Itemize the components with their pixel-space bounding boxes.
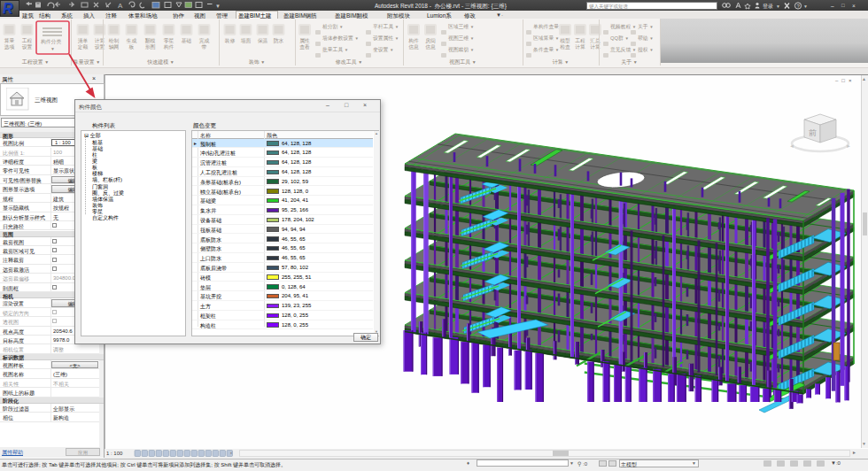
svg-text:▼: ▼ (803, 4, 808, 9)
svg-text:►: ► (846, 143, 851, 149)
svg-text:▼: ▼ (215, 4, 221, 9)
svg-text:◄: ◄ (789, 143, 794, 149)
svg-text:登录: 登录 (763, 3, 773, 10)
svg-text:▼: ▼ (776, 4, 780, 9)
svg-text:前: 前 (809, 128, 817, 137)
